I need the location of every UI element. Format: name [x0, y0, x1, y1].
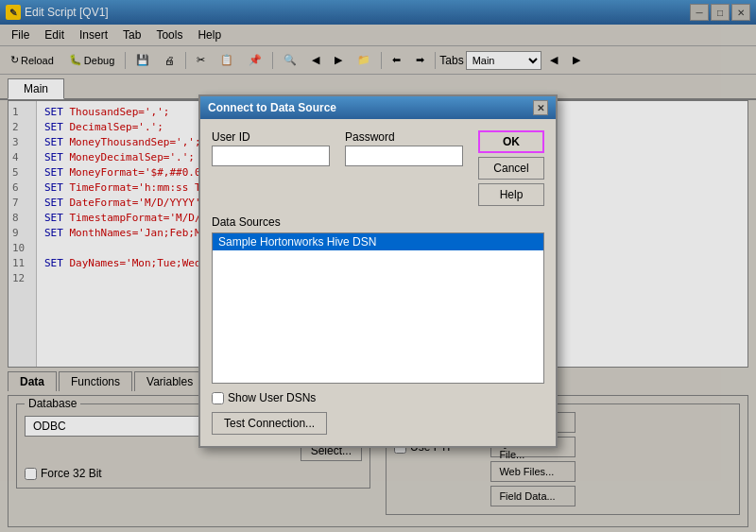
dialog-title-text: Connect to Data Source [208, 101, 336, 114]
dialog-credentials-row: User ID Password OK Cancel Help [212, 130, 544, 206]
dialog-body: User ID Password OK Cancel Help Data Sou… [200, 119, 556, 446]
datasources-list[interactable]: Sample Hortonworks Hive DSN [212, 232, 544, 384]
dialog-action-buttons: OK Cancel Help [478, 130, 544, 206]
datasources-section: Data Sources Sample Hortonworks Hive DSN [212, 215, 544, 384]
dialog-close-button[interactable]: ✕ [533, 100, 548, 115]
datasource-item[interactable]: Sample Hortonworks Hive DSN [213, 233, 543, 250]
password-field: Password [345, 130, 463, 166]
userid-input[interactable] [212, 146, 330, 166]
dialog-title-bar: Connect to Data Source ✕ [200, 96, 556, 119]
password-input[interactable] [345, 146, 463, 166]
help-button[interactable]: Help [478, 183, 544, 206]
userid-field: User ID [212, 130, 330, 166]
cancel-button[interactable]: Cancel [478, 157, 544, 180]
test-connection-button[interactable]: Test Connection... [212, 412, 327, 435]
datasources-label: Data Sources [212, 215, 544, 229]
show-user-dsn-label: Show User DSNs [228, 391, 316, 404]
show-user-dsn-checkbox[interactable] [212, 392, 224, 404]
userid-label: User ID [212, 130, 330, 144]
dialog-overlay: Connect to Data Source ✕ User ID Passwor… [0, 0, 756, 532]
ok-button[interactable]: OK [478, 130, 544, 153]
show-user-dsn-row: Show User DSNs [212, 391, 544, 404]
connect-dialog: Connect to Data Source ✕ User ID Passwor… [198, 94, 558, 448]
password-label: Password [345, 130, 463, 144]
